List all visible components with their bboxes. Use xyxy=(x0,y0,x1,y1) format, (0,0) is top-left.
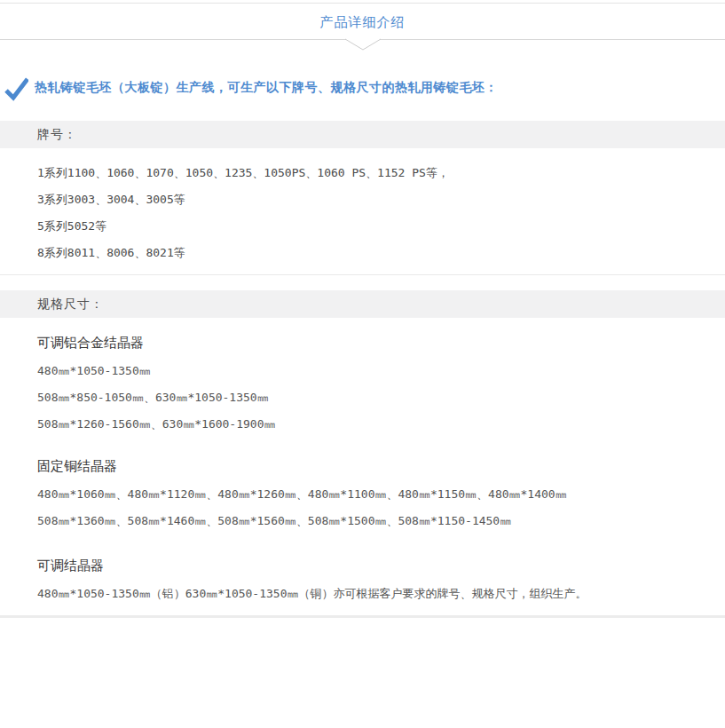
spec-group-adjustable-aluminum: 可调铝合金结晶器 480㎜*1050-1350㎜ 508㎜*850-1050㎜、… xyxy=(37,318,725,438)
spec-line: 508㎜*1360㎜、508㎜*1460㎜、508㎜*1560㎜、508㎜*15… xyxy=(37,508,725,534)
spec-lines: 480㎜*1050-1350㎜（铝）630㎜*1050-1350㎜（铜）亦可根据… xyxy=(37,575,725,607)
spec-section-header: 规格尺寸： xyxy=(0,290,725,318)
spec-line: 480㎜*1050-1350㎜ xyxy=(37,358,725,384)
brand-list: 1系列1100、1060、1070、1050、1235、1050PS、1060 … xyxy=(0,148,725,274)
spec-line: 508㎜*850-1050㎜、630㎜*1050-1350㎜ xyxy=(37,384,725,411)
brand-section-header: 牌号： xyxy=(0,121,725,148)
check-icon xyxy=(4,77,28,101)
intro-text: 热轧铸锭毛坯（大板锭）生产线，可生产以下牌号、规格尺寸的热轧用铸锭毛坯： xyxy=(35,80,498,96)
product-detail-page: 产品详细介绍 热轧铸锭毛坯（大板锭）生产线，可生产以下牌号、规格尺寸的热轧用铸锭… xyxy=(0,3,725,618)
section-divider xyxy=(0,274,725,275)
spec-content: 可调铝合金结晶器 480㎜*1050-1350㎜ 508㎜*850-1050㎜、… xyxy=(0,318,725,607)
chevron-down-icon xyxy=(344,38,382,51)
spec-group-adjustable: 可调结晶器 480㎜*1050-1350㎜（铝）630㎜*1050-1350㎜（… xyxy=(37,534,725,607)
brand-line-series8: 8系列8011、8006、8021等 xyxy=(37,240,725,266)
brand-line-series1: 1系列1100、1060、1070、1050、1235、1050PS、1060 … xyxy=(37,160,725,186)
brand-line-series3: 3系列3003、3004、3005等 xyxy=(37,186,725,213)
brand-line-series5: 5系列5052等 xyxy=(37,213,725,240)
spec-lines: 480㎜*1050-1350㎜ 508㎜*850-1050㎜、630㎜*1050… xyxy=(37,352,725,438)
title-bar: 产品详细介绍 xyxy=(0,4,725,40)
tab-product-detail[interactable]: 产品详细介绍 xyxy=(0,4,725,40)
spec-line: 480㎜*1050-1350㎜（铝）630㎜*1050-1350㎜（铜）亦可根据… xyxy=(37,581,725,607)
spec-group-fixed-copper: 固定铜结晶器 480㎜*1060㎜、480㎜*1120㎜、480㎜*1260㎜、… xyxy=(37,438,725,534)
spec-lines: 480㎜*1060㎜、480㎜*1120㎜、480㎜*1260㎜、480㎜*11… xyxy=(37,476,725,534)
bottom-divider xyxy=(0,615,725,618)
spec-line: 480㎜*1060㎜、480㎜*1120㎜、480㎜*1260㎜、480㎜*11… xyxy=(37,481,725,508)
spec-group-heading: 可调结晶器 xyxy=(37,534,725,575)
spec-group-heading: 固定铜结晶器 xyxy=(37,438,725,476)
spec-line: 508㎜*1260-1560㎜、630㎜*1600-1900㎜ xyxy=(37,411,725,438)
spec-group-heading: 可调铝合金结晶器 xyxy=(37,318,725,352)
